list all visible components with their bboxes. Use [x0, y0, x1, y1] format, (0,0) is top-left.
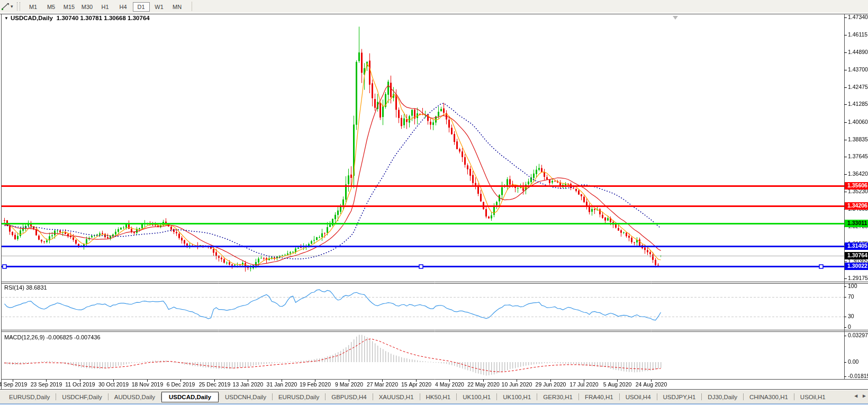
- timeframe-button-mn[interactable]: MN: [169, 2, 186, 12]
- chart-title-ohlc: 1.30740 1.30781 1.30668 1.30764: [57, 15, 150, 21]
- chart-tab-dj30-daily[interactable]: DJ30,Daily: [702, 392, 743, 402]
- chart-title: ▼USDCAD,Daily1.30740 1.30781 1.30668 1.3…: [4, 15, 150, 21]
- chart-tab-audusd-daily[interactable]: AUDUSD,Daily: [108, 392, 161, 402]
- tabs-scroll-right-button[interactable]: ►: [862, 393, 867, 399]
- chart-tab-usoil-h4[interactable]: USOil,H4: [620, 392, 657, 402]
- timeframe-button-group: M1M5M15M30H1H4D1W1MN: [24, 2, 186, 12]
- timeframe-button-m15[interactable]: M15: [61, 2, 78, 12]
- timeframe-button-h4[interactable]: H4: [115, 2, 132, 12]
- chart-tab-usoil-h1[interactable]: USOil,H1: [794, 392, 831, 402]
- tool-dropdown-caret-icon[interactable]: ▾: [11, 4, 13, 9]
- chart-tab-uk100-h1[interactable]: UK100,H1: [497, 392, 537, 402]
- timeframe-button-m1[interactable]: M1: [25, 2, 42, 12]
- top-toolbar: ▾ M1M5M15M30H1H4D1W1MN: [0, 0, 868, 13]
- chart-tab-usdcnh-daily[interactable]: USDCNH,Daily: [219, 392, 272, 402]
- chart-tab-hk50-h1[interactable]: HK50,H1: [420, 392, 457, 402]
- chart-title-symbol: USDCAD,Daily: [11, 15, 53, 21]
- line-tool-icon[interactable]: [1, 2, 10, 11]
- timeframe-button-m5[interactable]: M5: [43, 2, 60, 12]
- toolbar-separator: [192, 2, 192, 11]
- chart-tab-usdchf-daily[interactable]: USDCHF,Daily: [56, 392, 107, 402]
- tabs-scroll-left-button[interactable]: ◄: [853, 393, 858, 399]
- tabs-scroll-arrows: ◄ ►: [853, 393, 867, 399]
- timeframe-button-m30[interactable]: M30: [79, 2, 96, 12]
- timeframe-button-d1[interactable]: D1: [133, 2, 150, 12]
- chart-canvas[interactable]: [0, 13, 868, 390]
- chart-tab-china300-h1[interactable]: CHINA300,H1: [744, 392, 794, 402]
- chart-tabs-bar: EURUSD,DailyUSDCHF,DailyAUDUSD,DailyUSDC…: [0, 390, 868, 403]
- chart-tab-eurusd-daily[interactable]: EURUSD,Daily: [273, 392, 325, 402]
- chart-tab-uk100-h1[interactable]: UK100,H1: [457, 392, 496, 402]
- chart-tab-usdjpy-h1[interactable]: USDJPY,H1: [657, 392, 702, 402]
- toolbar-grip[interactable]: [17, 2, 20, 11]
- chart-tab-ger30-h1[interactable]: GER30,H1: [537, 392, 578, 402]
- rsi-indicator-label: RSI(14) 38.6831: [4, 284, 47, 291]
- chart-tab-fra40-h1[interactable]: FRA40,H1: [579, 392, 619, 402]
- chart-tab-eurusd-daily[interactable]: EURUSD,Daily: [3, 392, 56, 402]
- chart-tab-gbpusd-h4[interactable]: GBPUSD,H4: [326, 392, 372, 402]
- chart-tab-xauusd-h1[interactable]: XAUUSD,H1: [373, 392, 420, 402]
- macd-indicator-label: MACD(12,26,9) -0.006825 -0.007436: [4, 334, 101, 340]
- timeframe-button-h1[interactable]: H1: [97, 2, 114, 12]
- chart-tab-usdcad-daily[interactable]: USDCAD,Daily: [161, 392, 219, 402]
- collapse-icon[interactable]: ▼: [4, 16, 8, 21]
- timeframe-button-w1[interactable]: W1: [151, 2, 168, 12]
- chart-window: ▼USDCAD,Daily1.30740 1.30781 1.30668 1.3…: [0, 13, 868, 390]
